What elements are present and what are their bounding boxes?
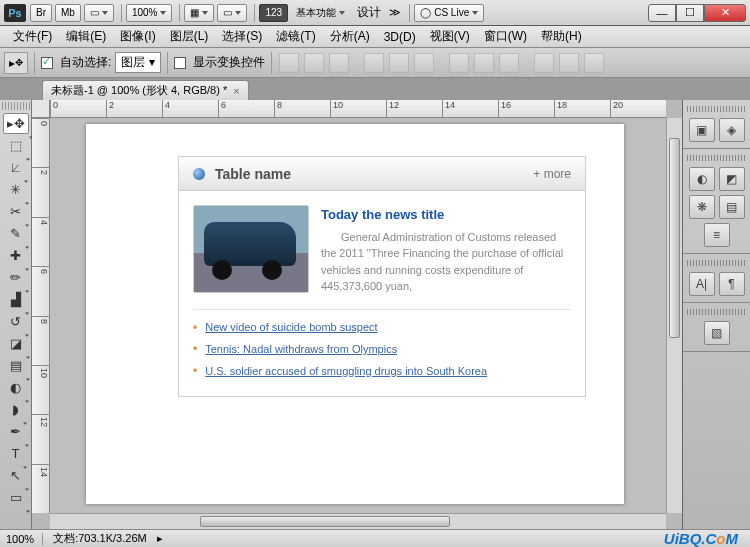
distribute-vcenter-button[interactable] — [474, 53, 494, 73]
menu-image[interactable]: 图像(I) — [113, 25, 162, 48]
align-top-button[interactable] — [279, 53, 299, 73]
history-brush-tool[interactable]: ↺ — [3, 311, 29, 332]
panel-header: Table name + more — [179, 157, 585, 191]
paragraph-panel-button[interactable]: ¶ — [719, 272, 745, 296]
distribute-hcenter-button[interactable] — [559, 53, 579, 73]
app-titlebar: Ps Br Mb ▭ 100% ▦ ▭ 123 基本功能 设计 ≫ ◯CS Li… — [0, 0, 750, 26]
screen-mode-button[interactable]: ▭ — [217, 4, 247, 22]
menu-file[interactable]: 文件(F) — [6, 25, 59, 48]
menu-view[interactable]: 视图(V) — [423, 25, 477, 48]
menu-3d[interactable]: 3D(D) — [377, 27, 423, 47]
menu-select[interactable]: 选择(S) — [215, 25, 269, 48]
news-link[interactable]: U.S. soldier accused of smuggling drugs … — [205, 362, 487, 382]
character-panel-button[interactable]: A| — [689, 272, 715, 296]
cslive-button[interactable]: ◯CS Live — [414, 4, 484, 22]
menu-help[interactable]: 帮助(H) — [534, 25, 589, 48]
shape-tool[interactable]: ▭ — [3, 487, 29, 508]
workspace-design[interactable]: 设计 — [353, 4, 385, 21]
window-maximize-button[interactable]: ☐ — [676, 4, 704, 22]
menu-window[interactable]: 窗口(W) — [477, 25, 534, 48]
show-transform-checkbox[interactable] — [174, 57, 186, 69]
ruler-horizontal[interactable]: 02468101214161820 — [50, 100, 666, 118]
document-tab[interactable]: 未标题-1 @ 100% (形状 4, RGB/8) * × — [42, 80, 249, 100]
scrollbar-horizontal[interactable] — [50, 513, 666, 529]
channels-panel-button[interactable]: ≡ — [704, 223, 730, 247]
move-tool-icon[interactable]: ▸✥ — [4, 52, 28, 74]
lasso-tool[interactable]: ⟀ — [3, 157, 29, 178]
separator — [167, 52, 168, 74]
auto-select-checkbox[interactable] — [41, 57, 53, 69]
color-panel-button[interactable]: ▣ — [689, 118, 715, 142]
menu-layer[interactable]: 图层(L) — [163, 25, 216, 48]
status-bar: 100% 文档:703.1K/3.26M ▸ UiBQ.CoM — [0, 529, 750, 547]
document-tab-close-icon[interactable]: × — [233, 85, 239, 97]
dodge-tool[interactable]: ◗ — [3, 399, 29, 420]
styles-panel-button[interactable]: ❋ — [689, 195, 715, 219]
distribute-right-button[interactable] — [584, 53, 604, 73]
align-vcenter-button[interactable] — [304, 53, 324, 73]
move-tool[interactable]: ▸✥ — [3, 113, 29, 134]
eraser-tool[interactable]: ◪ — [3, 333, 29, 354]
menu-edit[interactable]: 编辑(E) — [59, 25, 113, 48]
arrange-docs-button[interactable]: ▦ — [184, 4, 214, 22]
right-panel-dock: ▣ ◈ ◐ ◩ ❋ ▤ ≡ A| ¶ ▧ — [682, 100, 750, 529]
brush-tool[interactable]: ✏ — [3, 267, 29, 288]
canvas[interactable]: Table name + more Today the news title G… — [86, 124, 624, 504]
scrollbar-thumb[interactable] — [200, 516, 450, 527]
scrollbar-vertical[interactable] — [666, 118, 682, 513]
news-headline: Today the news title — [321, 205, 571, 225]
menu-filter[interactable]: 滤镜(T) — [269, 25, 322, 48]
scrollbar-thumb[interactable] — [669, 138, 680, 338]
align-left-button[interactable] — [364, 53, 384, 73]
menu-analysis[interactable]: 分析(A) — [323, 25, 377, 48]
news-link[interactable]: New video of suicide bomb suspect — [205, 318, 377, 338]
eyedropper-tool[interactable]: ✎ — [3, 223, 29, 244]
status-zoom[interactable]: 100% — [6, 533, 43, 545]
layers-panel-button[interactable]: ▤ — [719, 195, 745, 219]
panel-handle[interactable] — [687, 106, 746, 112]
ruler-vertical[interactable]: 02468101214 — [32, 118, 50, 513]
separator — [179, 4, 180, 22]
adjustments-panel-button[interactable]: ◐ — [689, 167, 715, 191]
gradient-tool[interactable]: ▤ — [3, 355, 29, 376]
minibridge-button[interactable]: Mb — [55, 4, 81, 22]
crop-tool[interactable]: ✂ — [3, 201, 29, 222]
swatches-panel-button[interactable]: ◈ — [719, 118, 745, 142]
workspace-basic[interactable]: 基本功能 — [291, 4, 350, 22]
bridge-button[interactable]: Br — [30, 4, 52, 22]
auto-select-label: 自动选择: — [60, 54, 111, 71]
panel-handle[interactable] — [687, 260, 746, 266]
masks-panel-button[interactable]: ◩ — [719, 167, 745, 191]
more-link[interactable]: + more — [533, 167, 571, 181]
tools-panel: ▸✥ ⬚ ⟀ ✳ ✂ ✎ ✚ ✏ ▟ ↺ ◪ ▤ ◐ ◗ ✒ T ↖ ▭ — [0, 100, 32, 529]
panel-handle[interactable] — [2, 102, 30, 110]
extras-button[interactable]: 123 — [259, 4, 288, 22]
status-doc-label: 文档:703.1K/3.26M — [53, 531, 147, 546]
navigator-panel-button[interactable]: ▧ — [704, 321, 730, 345]
distribute-top-button[interactable] — [449, 53, 469, 73]
blur-tool[interactable]: ◐ — [3, 377, 29, 398]
type-tool[interactable]: T — [3, 443, 29, 464]
clone-stamp-tool[interactable]: ▟ — [3, 289, 29, 310]
news-link[interactable]: Tennis: Nadal withdraws from Olympics — [205, 340, 397, 360]
distribute-bottom-button[interactable] — [499, 53, 519, 73]
marquee-tool[interactable]: ⬚ — [3, 135, 29, 156]
align-hcenter-button[interactable] — [389, 53, 409, 73]
workspace-more-icon[interactable]: ≫ — [385, 6, 405, 19]
panel-handle[interactable] — [687, 309, 746, 315]
screen-mode-button[interactable]: ▭ — [84, 4, 114, 22]
panel-handle[interactable] — [687, 155, 746, 161]
ruler-origin[interactable] — [32, 100, 50, 118]
status-menu-icon[interactable]: ▸ — [157, 532, 163, 545]
zoom-dropdown[interactable]: 100% — [126, 4, 173, 22]
list-item: Tennis: Nadal withdraws from Olympics — [193, 339, 571, 361]
separator — [409, 4, 410, 22]
watermark: UiBQ.CoM — [664, 530, 744, 547]
window-minimize-button[interactable]: — — [648, 4, 676, 22]
distribute-left-button[interactable] — [534, 53, 554, 73]
align-right-button[interactable] — [414, 53, 434, 73]
align-bottom-button[interactable] — [329, 53, 349, 73]
healing-brush-tool[interactable]: ✚ — [3, 245, 29, 266]
auto-select-target-dropdown[interactable]: 图层 ▾ — [115, 52, 160, 73]
window-close-button[interactable]: ✕ — [704, 4, 746, 22]
